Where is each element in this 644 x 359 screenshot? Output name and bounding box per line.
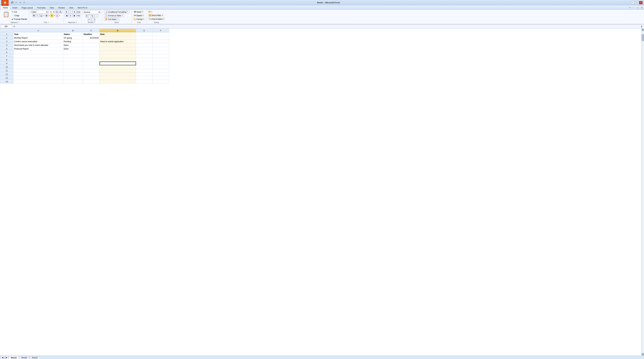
cell-E14[interactable] — [136, 80, 152, 84]
tab-review[interactable]: Review — [56, 6, 67, 10]
vertical-scrollbar[interactable]: ▲ ▼ — [641, 29, 644, 356]
increase-font-btn[interactable]: A↑ — [56, 10, 59, 14]
quick-access-dropdown[interactable]: ▼ — [22, 1, 26, 4]
cell-D4[interactable] — [100, 44, 136, 47]
font-color-dropdown[interactable]: ▼ — [59, 15, 60, 16]
alignment-expand-icon[interactable]: ↗ — [76, 22, 77, 23]
sheet-tab-3[interactable]: Sheet3 — [30, 356, 40, 359]
fs-dropdown[interactable]: ▼ — [163, 18, 164, 20]
decrease-decimal-btn[interactable]: ←.0 — [92, 18, 96, 21]
cell-C3[interactable] — [83, 40, 100, 44]
formula-input[interactable] — [16, 25, 639, 28]
ribbon-close-btn[interactable]: ✕ — [640, 6, 643, 10]
cell-F8[interactable] — [152, 58, 169, 62]
cell-D11[interactable] — [100, 69, 136, 72]
office-button[interactable]: ⊞ — [1, 0, 8, 6]
cell-B2[interactable]: On going — [63, 36, 83, 40]
cs-dropdown[interactable]: ▼ — [117, 18, 118, 20]
cell-A1[interactable]: Task — [14, 32, 63, 36]
cell-styles-btn[interactable]: 🎨 Cell Styles ▼ — [104, 18, 120, 21]
cell-A5[interactable]: Financial Report — [14, 47, 63, 51]
col-header-D[interactable]: D — [100, 29, 136, 32]
tab-page-layout[interactable]: Page Layout — [20, 6, 35, 10]
scroll-thumb[interactable] — [642, 34, 644, 41]
cell-F10[interactable] — [152, 65, 169, 69]
cell-F1[interactable] — [152, 32, 169, 36]
autosum-btn[interactable]: Σ ▼ — [148, 10, 153, 13]
cell-E9[interactable] — [136, 62, 152, 65]
align-center-btn[interactable]: ≡ — [69, 14, 72, 17]
comma-btn[interactable]: , — [94, 14, 98, 18]
cell-F9[interactable] — [152, 62, 169, 65]
find-select-btn[interactable]: 🔍 Find & Select ▼ — [148, 18, 165, 20]
align-bottom-btn[interactable]: ⬇ — [73, 10, 76, 14]
cell-B12[interactable] — [63, 72, 83, 76]
sheet-tab-1[interactable]: Sheet1 — [8, 356, 19, 359]
cell-B14[interactable] — [63, 80, 83, 84]
cell-C7[interactable] — [83, 54, 100, 58]
cell-B4[interactable]: Done — [63, 44, 83, 47]
currency-dropdown[interactable]: ▼ — [89, 14, 90, 18]
cell-F5[interactable] — [152, 47, 169, 51]
sheet-scroll-right[interactable]: ▶ — [5, 356, 8, 359]
cell-C13[interactable] — [83, 76, 100, 80]
cell-D7[interactable] — [100, 54, 136, 58]
cell-D12[interactable] — [100, 72, 136, 76]
cell-A4[interactable]: Send thank you note to event attendee — [14, 44, 63, 47]
percent-btn[interactable]: % — [90, 14, 94, 18]
sf-dropdown[interactable]: ▼ — [162, 14, 163, 16]
cell-F4[interactable] — [152, 44, 169, 47]
cell-B10[interactable] — [63, 65, 83, 69]
cell-E8[interactable] — [136, 58, 152, 62]
cell-A6[interactable] — [14, 51, 63, 54]
number-format-select[interactable]: General — [82, 10, 101, 14]
cell-B5[interactable]: Done — [63, 47, 83, 51]
cell-E3[interactable] — [136, 40, 152, 44]
cell-A10[interactable] — [14, 65, 63, 69]
cell-E4[interactable] — [136, 44, 152, 47]
cell-C14[interactable] — [83, 80, 100, 84]
sort-filter-btn[interactable]: 🔽 Sort & Filter ▼ — [148, 14, 164, 17]
cell-D9[interactable] — [100, 62, 136, 65]
tab-home[interactable]: Home — [1, 6, 10, 10]
align-left-btn[interactable]: ◀ — [65, 14, 68, 17]
cell-F6[interactable] — [152, 51, 169, 54]
cell-B8[interactable] — [63, 58, 83, 62]
cell-C4[interactable] — [83, 44, 100, 47]
cell-E6[interactable] — [136, 51, 152, 54]
cell-C10[interactable] — [83, 65, 100, 69]
cell-E13[interactable] — [136, 76, 152, 80]
copy-button[interactable]: 📄 Copy — [11, 14, 28, 18]
tab-insert[interactable]: Insert — [10, 6, 20, 10]
corner-header[interactable] — [0, 29, 14, 32]
format-painter-button[interactable]: 🖌 Format Painter — [11, 18, 28, 21]
cell-B6[interactable] — [63, 51, 83, 54]
cell-C9[interactable] — [83, 62, 100, 65]
cell-F13[interactable] — [152, 76, 169, 80]
cell-E12[interactable] — [136, 72, 152, 76]
cell-D2[interactable] — [100, 36, 136, 40]
scroll-up-btn[interactable]: ▲ — [642, 29, 644, 31]
cell-D14[interactable] — [100, 80, 136, 84]
cell-F11[interactable] — [152, 69, 169, 72]
cell-D10[interactable] — [100, 65, 136, 69]
cell-B7[interactable] — [63, 54, 83, 58]
cell-A2[interactable]: Monthly Report — [14, 36, 63, 40]
close-btn[interactable]: ✕ — [639, 1, 643, 4]
cell-A3[interactable]: Confirm venue reservation — [14, 40, 63, 44]
cell-A13[interactable] — [14, 76, 63, 80]
underline-button[interactable]: U — [40, 14, 43, 17]
sheet-scroll-left[interactable]: ◀ — [1, 356, 4, 359]
scroll-track[interactable] — [642, 31, 644, 353]
cell-ref-dropdown[interactable]: ▼ — [7, 26, 8, 27]
scroll-down-btn[interactable]: ▼ — [642, 353, 644, 356]
cell-B9[interactable] — [63, 62, 83, 65]
save-quick-btn[interactable]: 💾 — [10, 1, 14, 4]
cell-E7[interactable] — [136, 54, 152, 58]
delete-btn[interactable]: ➖ Delete ▼ — [133, 14, 145, 17]
insert-dropdown[interactable]: ▼ — [142, 11, 143, 12]
delete-dropdown[interactable]: ▼ — [142, 15, 144, 16]
tab-formulas[interactable]: Formulas — [35, 6, 48, 10]
currency-btn[interactable]: $ — [85, 14, 88, 18]
paste-button[interactable]: 📋 — [2, 10, 10, 18]
